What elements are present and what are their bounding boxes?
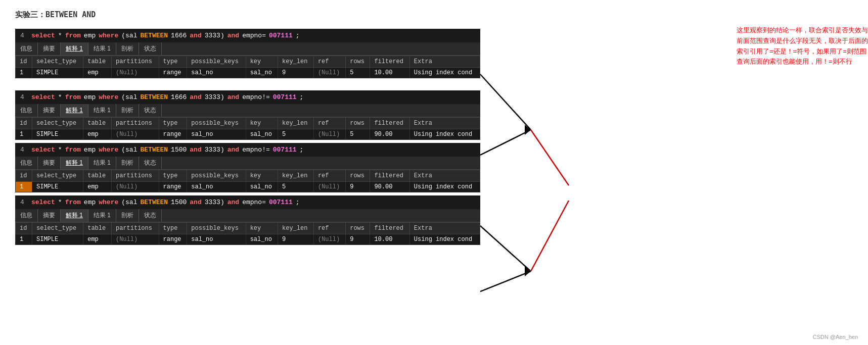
- cell-select_type: SIMPLE: [32, 68, 83, 78]
- col-header-select_type: select_type: [32, 56, 83, 68]
- sql-token: 1500: [171, 146, 187, 154]
- tab-解释1[interactable]: 解释 1: [61, 42, 88, 55]
- sql-code-bar-3: 4select * from emp where (sal BETWEEN 15…: [15, 143, 480, 157]
- sql-token: where: [99, 93, 118, 101]
- sql-token: 007111: [269, 199, 293, 206]
- sql-token: where: [99, 199, 118, 206]
- sql-token: from: [65, 199, 81, 206]
- cell-rows: 9: [346, 234, 370, 245]
- sql-token: and: [227, 93, 239, 101]
- cell-extra: Using index cond: [409, 182, 480, 192]
- tab-摘要[interactable]: 摘要: [38, 209, 61, 222]
- tab-信息[interactable]: 信息: [15, 157, 38, 169]
- svg-line-3: [480, 226, 531, 271]
- col-header-filtered: filtered: [370, 56, 409, 68]
- sql-token: empno=: [242, 199, 266, 206]
- line-num: 4: [20, 199, 28, 206]
- col-header-table: table: [83, 223, 112, 234]
- col-header-select_type: select_type: [32, 118, 83, 129]
- tab-解释1[interactable]: 解释 1: [61, 157, 88, 169]
- tab-摘要[interactable]: 摘要: [38, 42, 61, 55]
- cell-ref: (Null): [313, 182, 345, 192]
- sql-token: *: [58, 93, 62, 101]
- cell-extra: Using index cond: [409, 68, 480, 78]
- tab-结果1[interactable]: 结果 1: [88, 209, 116, 222]
- sql-token: emp: [84, 146, 96, 154]
- table-row: 1SIMPLEemp(Null)rangesal_nosal_no5(Null)…: [16, 182, 480, 192]
- tab-结果1[interactable]: 结果 1: [88, 104, 116, 117]
- col-header-id: id: [16, 223, 32, 234]
- sql-token: *: [58, 199, 62, 206]
- tab-状态[interactable]: 状态: [139, 42, 162, 55]
- cell-select_type: SIMPLE: [32, 129, 83, 140]
- sql-token: from: [65, 32, 81, 39]
- tab-状态[interactable]: 状态: [139, 157, 162, 169]
- col-header-rows: rows: [346, 223, 370, 234]
- cell-rows: 5: [346, 68, 370, 78]
- sql-token: BETWEEN: [140, 199, 168, 206]
- tab-信息[interactable]: 信息: [15, 42, 38, 55]
- col-header-key_len: key_len: [278, 56, 313, 68]
- cell-filtered: 10.00: [370, 68, 409, 78]
- sql-token: where: [99, 32, 118, 39]
- cell-ref: (Null): [313, 129, 345, 140]
- svg-line-4: [480, 271, 531, 291]
- cell-table: emp: [83, 129, 112, 140]
- cell-id: 1: [16, 68, 32, 78]
- col-header-type: type: [159, 223, 187, 234]
- result-table-2: idselect_typetablepartitionstypepossible…: [15, 117, 480, 140]
- tab-剖析[interactable]: 剖析: [116, 209, 139, 222]
- sql-token: and: [227, 32, 239, 39]
- tab-信息[interactable]: 信息: [15, 104, 38, 117]
- col-header-table: table: [83, 170, 112, 182]
- col-header-rows: rows: [346, 56, 370, 68]
- cell-key: sal_no: [246, 129, 278, 140]
- sql-token: emp: [84, 93, 96, 101]
- tab-剖析[interactable]: 剖析: [116, 42, 139, 55]
- sql-token: 3333): [205, 32, 224, 39]
- line-num: 4: [20, 146, 28, 154]
- cell-key: sal_no: [246, 234, 278, 245]
- tab-状态[interactable]: 状态: [139, 104, 162, 117]
- col-header-partitions: partitions: [111, 223, 159, 234]
- col-header-key_len: key_len: [278, 170, 313, 182]
- col-header-id: id: [16, 170, 32, 182]
- col-header-partitions: partitions: [111, 118, 159, 129]
- col-header-key: key: [246, 118, 278, 129]
- tab-解释1[interactable]: 解释 1: [61, 104, 88, 117]
- col-header-select_type: select_type: [32, 223, 83, 234]
- sql-token: (sal: [121, 199, 137, 206]
- sql-token: and: [190, 146, 201, 154]
- cell-key_len: 5: [278, 182, 313, 192]
- cell-ref: (Null): [313, 234, 345, 245]
- sql-token: select: [31, 199, 55, 206]
- svg-line-6: [531, 130, 569, 185]
- cell-table: emp: [83, 234, 112, 245]
- tab-摘要[interactable]: 摘要: [38, 104, 61, 117]
- tab-结果1[interactable]: 结果 1: [88, 42, 116, 55]
- sql-token: and: [190, 199, 201, 206]
- comment-text: 这里观察到的结论一样，联合索引是否失效与前面范围查询是什么字段无关，取决于后面的…: [737, 26, 868, 65]
- sql-token: 007111: [273, 146, 297, 154]
- sql-token: select: [31, 146, 55, 154]
- sql-token: BETWEEN: [140, 32, 168, 39]
- line-num: 4: [20, 32, 28, 39]
- cell-id: 1: [16, 129, 32, 140]
- tab-状态[interactable]: 状态: [139, 209, 162, 222]
- tab-剖析[interactable]: 剖析: [116, 104, 139, 117]
- sql-token: empno=: [242, 32, 266, 39]
- line-num: 4: [20, 93, 28, 101]
- col-header-Extra: Extra: [409, 170, 480, 182]
- tab-摘要[interactable]: 摘要: [38, 157, 61, 169]
- tab-剖析[interactable]: 剖析: [116, 157, 139, 169]
- tab-信息[interactable]: 信息: [15, 209, 38, 222]
- sql-token: 007111: [273, 93, 297, 101]
- sql-token: where: [99, 146, 118, 154]
- col-header-key: key: [246, 223, 278, 234]
- col-header-partitions: partitions: [111, 56, 159, 68]
- tab-解释1[interactable]: 解释 1: [61, 209, 88, 222]
- sql-token: select: [31, 32, 55, 39]
- sql-token: 1666: [171, 32, 187, 39]
- sql-token: ;: [300, 146, 304, 154]
- tab-结果1[interactable]: 结果 1: [88, 157, 116, 169]
